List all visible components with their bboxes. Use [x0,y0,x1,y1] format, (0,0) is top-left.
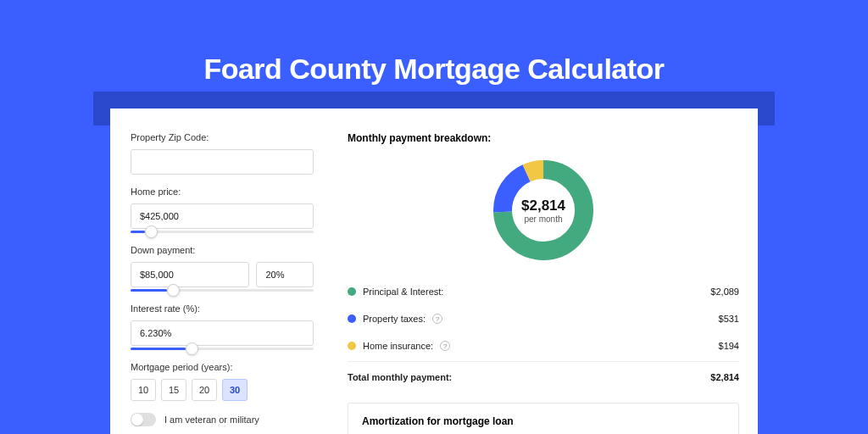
home-price-field: Home price: [131,186,314,233]
period-options: 10 15 20 30 [131,379,314,401]
down-payment-amount-input[interactable] [131,262,249,287]
legend-value: $194 [719,341,739,351]
down-payment-field: Down payment: [131,245,314,292]
info-icon[interactable]: ? [432,314,442,324]
breakdown-column: Monthly payment breakdown: $2,814 per mo… [331,108,758,434]
down-payment-pct-input[interactable] [256,262,314,287]
info-icon[interactable]: ? [440,341,450,351]
amortization-box: Amortization for mortgage loan Amortizat… [348,403,739,434]
dot-icon [348,287,356,296]
veteran-label: I am veteran or military [164,415,259,425]
donut-sub: per month [524,214,562,224]
form-column: Property Zip Code: Home price: Down paym… [110,108,331,434]
interest-field: Interest rate (%): [131,303,314,350]
period-10[interactable]: 10 [131,379,156,401]
zip-input[interactable] [131,149,314,175]
interest-slider[interactable] [131,348,314,350]
home-price-slider[interactable] [131,231,314,233]
zip-field: Property Zip Code: [131,132,314,175]
calculator-card: Property Zip Code: Home price: Down paym… [110,108,758,434]
home-price-label: Home price: [131,186,314,197]
dot-icon [348,314,356,323]
down-payment-label: Down payment: [131,245,314,255]
donut-amount: $2,814 [521,198,565,214]
legend-label: Principal & Interest: [363,287,443,297]
period-30[interactable]: 30 [222,379,248,401]
legend-label: Home insurance: [363,341,433,351]
legend-principal: Principal & Interest: $2,089 [348,278,739,305]
veteran-row: I am veteran or military [131,413,314,426]
period-field: Mortgage period (years): 10 15 20 30 [131,362,314,401]
legend-total: Total monthly payment: $2,814 [348,361,739,391]
period-label: Mortgage period (years): [131,362,314,372]
period-15[interactable]: 15 [161,379,186,401]
legend-value: $2,089 [710,287,739,297]
total-label: Total monthly payment: [348,372,452,382]
amortization-title: Amortization for mortgage loan [362,415,725,427]
interest-input[interactable] [131,320,314,346]
legend-value: $531 [719,314,739,324]
dot-icon [348,342,356,350]
down-payment-slider[interactable] [131,289,314,292]
total-value: $2,814 [710,372,739,382]
period-20[interactable]: 20 [192,379,217,401]
legend-taxes: Property taxes: ? $531 [348,305,739,332]
donut-center: $2,814 per month [489,156,598,264]
toggle-knob [131,414,143,426]
legend-label: Property taxes: [363,314,426,324]
zip-label: Property Zip Code: [131,132,314,142]
home-price-input[interactable] [131,203,314,229]
interest-label: Interest rate (%): [131,303,314,314]
breakdown-title: Monthly payment breakdown: [348,132,739,144]
donut-chart: $2,814 per month [348,156,739,264]
legend-insurance: Home insurance: ? $194 [348,332,739,359]
veteran-toggle[interactable] [131,413,156,426]
